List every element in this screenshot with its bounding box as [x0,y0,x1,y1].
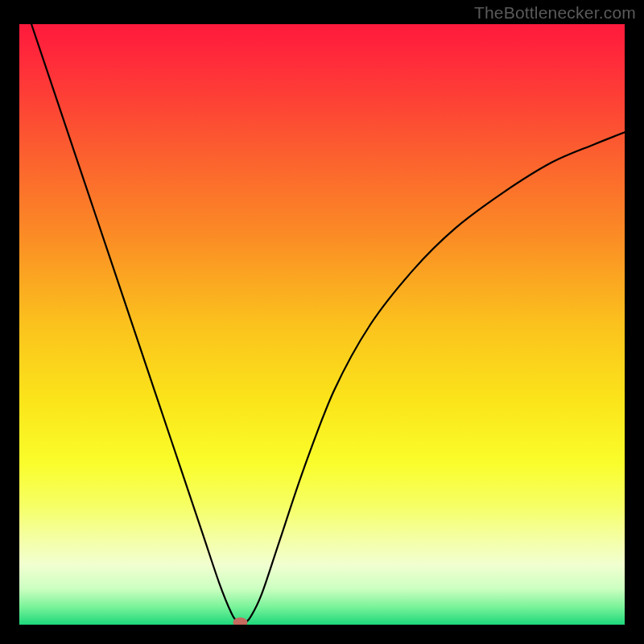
chart-container [19,24,625,625]
watermark-text: TheBottlenecker.com [474,3,636,23]
chart-background [19,24,625,625]
bottleneck-chart [19,24,625,625]
